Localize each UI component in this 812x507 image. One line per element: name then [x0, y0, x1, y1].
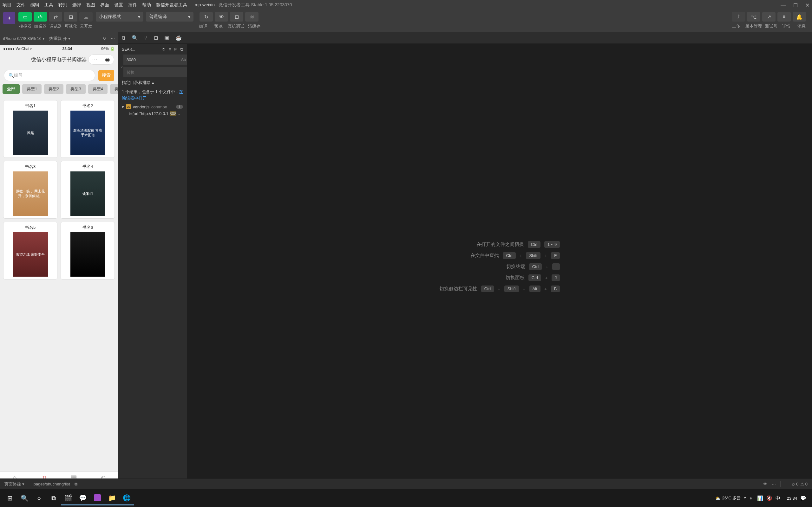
search-icon[interactable]: 🔍 — [132, 35, 138, 41]
test-button[interactable]: ↗ — [762, 12, 775, 21]
menu-devtools[interactable]: 微信开发者工具 — [156, 2, 187, 8]
eye-icon[interactable]: 👁 — [763, 482, 767, 487]
menu-help[interactable]: 帮助 — [142, 2, 151, 8]
menu-goto[interactable]: 转到 — [58, 2, 67, 8]
debugger-button[interactable]: ⇄ — [49, 12, 62, 21]
project-icon[interactable]: ✦ — [3, 12, 15, 24]
book-card[interactable]: 书名3微微一笑， 网上花开，奈何倾城。 — [3, 161, 57, 219]
search-button[interactable]: 搜索 — [98, 70, 114, 81]
minimize-button[interactable]: — — [780, 2, 786, 8]
compile-select[interactable]: 普通编译▾ — [146, 12, 194, 21]
detail-button[interactable]: ≡ — [777, 12, 791, 21]
tab-all[interactable]: 全部 — [3, 84, 20, 94]
capsule: ⋯ ◉ — [88, 55, 114, 65]
search-taskbar-icon[interactable]: 🔍 — [17, 491, 32, 505]
replace-input[interactable] — [125, 70, 188, 75]
editor-main: 在打开的文件之间切换Ctrl1 ~ 9 在文件中查找Ctrl+Shift+F 切… — [187, 44, 812, 489]
wechat-icon[interactable]: 💬 — [75, 491, 90, 505]
result-file-row[interactable]: ▾ JS vendor.js common 1 — [120, 103, 185, 111]
cloud-button[interactable]: ☁ — [79, 12, 93, 21]
volume-tray-icon[interactable]: 🔇 — [766, 495, 772, 501]
menu-edit[interactable]: 编辑 — [31, 2, 39, 8]
ime-icon[interactable]: 中 — [775, 495, 780, 501]
clear-cache-button[interactable]: ≋ — [245, 12, 258, 21]
weather-widget[interactable]: ⛅ 26°C 多云 — [715, 495, 741, 501]
editor-button[interactable]: ‹/› — [34, 12, 47, 21]
database-icon[interactable]: ▣ — [164, 35, 169, 41]
compile-button[interactable]: ↻ — [200, 12, 213, 21]
preview-button[interactable]: 👁 — [215, 12, 228, 21]
more-icon[interactable]: ⋯ — [111, 36, 115, 41]
book-card[interactable]: 书名6 — [61, 222, 115, 279]
search-query-input[interactable] — [125, 57, 181, 62]
book-card[interactable]: 书名5希望之线 东野圭吾 — [3, 222, 57, 279]
app-icon[interactable]: 🎬 — [61, 491, 75, 505]
menu-ui[interactable]: 界面 — [100, 2, 109, 8]
cortana-icon[interactable]: ○ — [32, 491, 46, 505]
capsule-menu-icon[interactable]: ⋯ — [89, 56, 101, 63]
taskview-icon[interactable]: ⧉ — [46, 491, 61, 505]
mode-select[interactable]: 小程序模式▾ — [96, 12, 143, 21]
js-file-icon: JS — [126, 104, 131, 109]
tab-type2[interactable]: 类型2 — [44, 84, 63, 94]
collapse-icon[interactable]: ⧉ — [180, 47, 183, 52]
menu-plugin[interactable]: 插件 — [128, 2, 137, 8]
expand-replace-icon[interactable]: ⌄ — [120, 53, 123, 78]
extensions-icon[interactable]: ⊞ — [154, 35, 158, 41]
explorer-icon[interactable]: 📁 — [105, 491, 119, 505]
book-card[interactable]: 书名4诡案组 — [61, 161, 115, 219]
copy-path-icon[interactable]: ⧉ — [74, 482, 78, 487]
search-filter-toggle[interactable]: 指定目录和排除 ▴ — [120, 78, 185, 87]
error-count[interactable]: ⊘ 0 — [792, 482, 798, 487]
menu-tool[interactable]: 工具 — [44, 2, 53, 8]
close-button[interactable]: ✕ — [805, 2, 809, 8]
book-cover: 超高清腹腔镜 胃癌手术图谱 — [70, 111, 105, 155]
book-card[interactable]: 书名1风起 — [3, 100, 57, 158]
chevron-up-icon[interactable]: ^ — [744, 496, 746, 501]
warning-count[interactable]: ⚠ 0 — [800, 482, 808, 487]
book-card[interactable]: 书名2超高清腹腔镜 胃癌手术图谱 — [61, 100, 115, 158]
result-match-line[interactable]: t={url:"http://127.0.0.1:808... — [120, 111, 185, 117]
tab-type1[interactable]: 类型1 — [22, 84, 42, 94]
visual-button[interactable]: ⊞ — [64, 12, 78, 21]
maximize-button[interactable]: ☐ — [793, 2, 798, 8]
new-file-icon[interactable]: ⎘ — [174, 47, 177, 52]
page-path-label[interactable]: 页面路径 ▾ — [4, 481, 24, 487]
category-tabs: 全部 类型1 类型2 类型3 类型4 类型5 — [0, 84, 118, 97]
refresh-search-icon[interactable]: ↻ — [162, 47, 165, 52]
capsule-close-icon[interactable]: ◉ — [101, 56, 114, 63]
hot-reload-toggle[interactable]: 热重载 开 ▾ — [49, 36, 70, 42]
start-button[interactable]: ⊞ — [3, 491, 17, 505]
notifications-icon[interactable]: 💬 — [800, 495, 806, 501]
version-button[interactable]: ⌥ — [747, 12, 760, 21]
menu-file[interactable]: 文件 — [16, 2, 26, 8]
simulator-button[interactable]: ▭ — [18, 12, 32, 21]
page-path[interactable]: pages/shucheng/list — [34, 482, 70, 487]
message-button[interactable]: 🔔 — [793, 12, 806, 21]
case-sensitive-icon[interactable]: Aa — [181, 57, 186, 62]
refresh-icon[interactable]: ↻ — [103, 36, 106, 41]
git-icon[interactable]: ⑂ — [144, 35, 148, 41]
menu-settings[interactable]: 设置 — [114, 2, 123, 8]
chrome-icon[interactable]: 🌐 — [119, 491, 134, 505]
battery-tray-icon[interactable]: 📊 — [757, 495, 763, 501]
tab-type5[interactable]: 类型5 — [110, 84, 118, 94]
tab-type3[interactable]: 类型3 — [66, 84, 85, 94]
clear-search-icon[interactable]: ≡ — [169, 47, 171, 52]
simulator-panel: iPhone 6/7/8 85% 16 ▾ 热重载 开 ▾ ↻ ⋯ ●●●●● … — [0, 32, 118, 489]
menu-view[interactable]: 视图 — [86, 2, 95, 8]
explorer-icon[interactable]: ⧉ — [122, 35, 125, 41]
upload-button[interactable]: ⤴ — [732, 12, 745, 21]
search-head-label: SEAR... — [122, 47, 136, 52]
search-input[interactable]: 🔍 编号 — [4, 70, 95, 81]
more-icon[interactable]: ⋯ — [772, 482, 776, 487]
menu-select[interactable]: 选择 — [72, 2, 81, 8]
device-select[interactable]: iPhone 6/7/8 85% 16 ▾ — [3, 36, 45, 41]
ide-icon[interactable] — [90, 491, 105, 505]
tab-type4[interactable]: 类型4 — [88, 84, 107, 94]
cloud-icon[interactable]: ☕ — [175, 35, 182, 41]
menu-project[interactable]: 项目 — [3, 2, 11, 8]
clock[interactable]: 23:34 — [786, 496, 797, 501]
real-debug-button[interactable]: ⊡ — [230, 12, 243, 21]
wifi-tray-icon[interactable]: ᯤ — [749, 496, 754, 501]
